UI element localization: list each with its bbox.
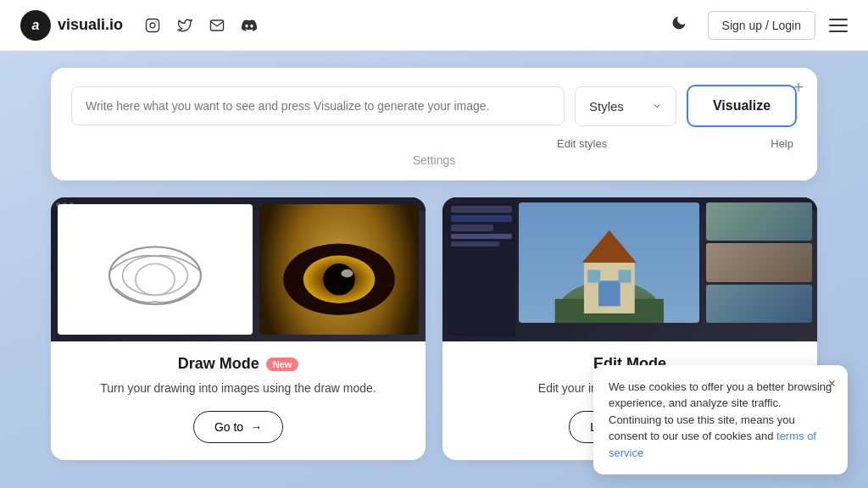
styles-dropdown[interactable]: Styles: [575, 86, 676, 126]
mail-icon[interactable]: [208, 16, 226, 35]
draw-mode-description: Turn your drawing into images using the …: [68, 380, 409, 397]
generator-bottom-row: Edit styles Help: [71, 137, 797, 150]
draw-mode-button[interactable]: Go to →: [193, 411, 283, 443]
hamburger-menu[interactable]: [829, 19, 848, 32]
chevron-down-icon: [652, 101, 662, 111]
eye-preview: [259, 204, 419, 335]
edit-main-image: [519, 202, 700, 323]
hamburger-line-2: [829, 25, 848, 26]
svg-point-4: [122, 257, 187, 296]
draw-mode-card: Draw Mode New Turn your drawing into ima…: [51, 197, 426, 460]
signup-button[interactable]: Sign up / Login: [708, 11, 815, 40]
draw-mode-button-label: Go to: [214, 420, 243, 434]
draw-mode-image-content: [51, 197, 426, 341]
svg-rect-18: [598, 280, 620, 306]
drawing-panel: [58, 204, 253, 335]
help-link[interactable]: Help: [771, 137, 793, 150]
svg-rect-19: [587, 270, 600, 283]
edit-right-thumbnails: [706, 202, 812, 323]
logo-text: visuali.io: [58, 16, 123, 34]
instagram-icon[interactable]: [143, 16, 162, 35]
draw-mode-card-body: Draw Mode New Turn your drawing into ima…: [51, 341, 426, 443]
drawing-illustration: [77, 217, 233, 321]
edit-styles-link[interactable]: Edit styles: [414, 137, 750, 150]
thumb-3: [706, 285, 812, 323]
svg-point-5: [136, 264, 175, 296]
logo-icon: a: [20, 10, 51, 41]
dark-mode-button[interactable]: [670, 14, 687, 36]
hamburger-line-1: [829, 19, 848, 20]
draw-mode-title-row: Draw Mode New: [68, 355, 409, 373]
settings-text[interactable]: Settings: [71, 153, 797, 167]
social-icons: [143, 16, 259, 35]
hamburger-line-3: [829, 30, 848, 32]
edit-mode-card-image: [442, 197, 817, 341]
thumb-1: [706, 202, 812, 241]
svg-point-9: [323, 263, 355, 296]
cookie-close-button[interactable]: ×: [828, 374, 836, 394]
svg-point-10: [341, 269, 353, 277]
svg-point-1: [150, 23, 155, 28]
draw-mode-card-image: [51, 197, 426, 341]
edit-left-panel: [448, 202, 515, 336]
svg-rect-20: [618, 270, 631, 283]
draw-mode-title: Draw Mode: [178, 355, 259, 373]
preview-panel: [259, 204, 419, 335]
svg-rect-0: [147, 19, 159, 31]
header: a visuali.io Sign up /: [0, 0, 868, 51]
discord-icon[interactable]: [240, 16, 259, 35]
generator-box: + Styles Visualize Edit styles Help Sett…: [51, 68, 817, 180]
cookie-notice: × We use cookies to offer you a better b…: [593, 365, 848, 475]
thumb-2: [706, 243, 812, 281]
styles-label: Styles: [589, 99, 624, 114]
visualize-button[interactable]: Visualize: [687, 85, 797, 127]
logo-area[interactable]: a visuali.io: [20, 10, 123, 41]
house-illustration: [519, 202, 700, 323]
new-badge: New: [266, 358, 299, 371]
twitter-icon[interactable]: [175, 16, 194, 35]
draw-mode-button-arrow: →: [250, 420, 262, 434]
edit-mode-image-content: [442, 197, 817, 341]
prompt-input[interactable]: [71, 86, 565, 125]
add-button[interactable]: +: [793, 78, 804, 97]
generator-input-row: Styles Visualize: [71, 85, 797, 127]
svg-point-2: [155, 21, 157, 23]
